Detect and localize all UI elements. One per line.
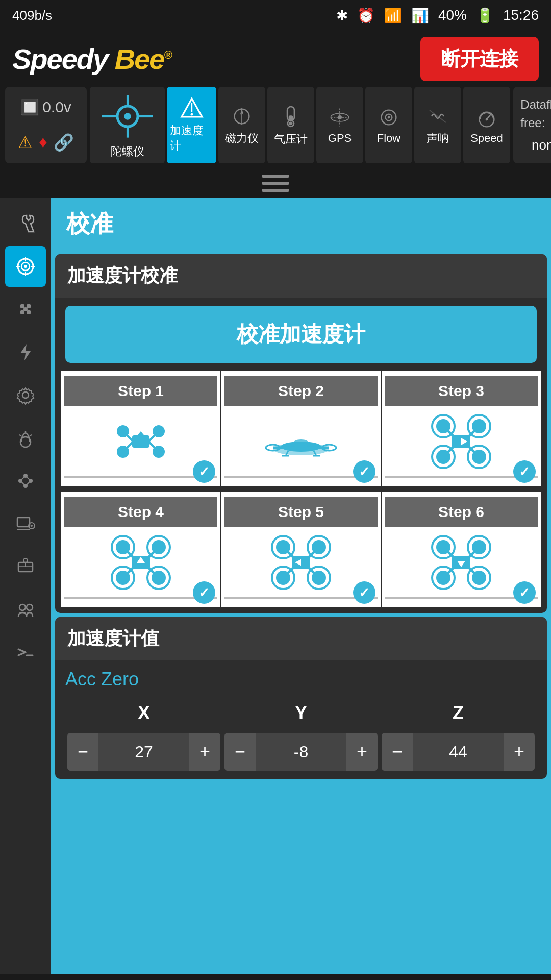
sidebar-item-osd[interactable] [5,503,46,544]
svg-point-38 [23,307,28,311]
status-bar: 409b/s ✱ ⏰ 📶 📊 40% 🔋 15:26 [0,0,551,31]
disconnect-button[interactable]: 断开连接 [420,37,539,81]
svg-point-8 [190,113,193,116]
step-2-check: ✓ [353,460,375,483]
acc-calibration-header: 加速度计校准 [55,254,547,298]
step-3-label: Step 3 [385,376,538,406]
acc-y-input-group: − -8 + [224,733,378,771]
step-1-label: Step 1 [64,376,217,406]
sensor-gyro[interactable]: 陀螺仪 [90,87,165,163]
acc-y-minus[interactable]: − [224,733,256,771]
acc-calibration-card: 加速度计校准 校准加速度计 Step 1 [55,254,547,613]
sensor-gps[interactable]: GPS [316,87,363,163]
acc-y-plus[interactable]: + [346,733,378,771]
step-5-cell: Step 5 [221,492,381,607]
logo-part2: Bee [115,43,164,75]
svg-line-64 [18,652,26,655]
step-6-label: Step 6 [385,497,538,527]
svg-point-81 [293,439,309,448]
sensor-flow[interactable]: Flow [365,87,412,163]
step-3-indicator: ✓ [385,476,538,478]
step-3-cell: Step 3 [382,371,541,486]
acc-z-value: 44 [413,743,504,762]
battery-voltage: 0.0v [42,99,71,116]
sensor-speed[interactable]: Speed [463,87,510,163]
svg-point-70 [117,425,129,437]
sidebar-item-gear[interactable] [5,375,46,415]
sidebar-item-blackbox[interactable] [5,546,46,587]
step-6-drone [423,532,499,593]
sidebar-item-wrench[interactable] [5,203,46,244]
svg-point-73 [153,446,165,458]
step-5-check: ✓ [353,581,375,604]
step-4-check: ✓ [193,581,215,604]
sensor-bar: 🔲 0.0v ⚠ ♦ 🔗 陀螺仪 [0,87,551,168]
svg-point-91 [436,419,450,433]
step-5-indicator: ✓ [224,597,378,599]
step-2-label: Step 2 [224,376,378,406]
acc-values-card: 加速度计值 Acc Zero X Y Z − 27 + − -8 [55,617,547,779]
svg-point-55 [31,525,33,527]
svg-point-93 [472,419,486,433]
step-6-check: ✓ [513,581,536,604]
acc-x-plus[interactable]: + [189,733,220,771]
bottom-bar: 保存并重启 [0,974,551,980]
sidebar-item-failsafe[interactable] [5,418,46,458]
sidebar-item-lightning[interactable] [5,332,46,373]
sensor-speed-label: Speed [470,132,503,145]
sidebar-item-target[interactable] [5,246,46,287]
acc-axes: X Y Z [65,698,537,728]
svg-point-121 [312,540,326,554]
sensor-baro[interactable]: 气压计 [267,87,314,163]
sensor-gyro-label: 陀螺仪 [111,144,144,159]
acc-x-minus[interactable]: − [67,733,98,771]
sensor-acc[interactable]: 加速度计 [167,87,216,163]
sensor-gps-label: GPS [328,132,352,145]
svg-line-43 [19,435,21,436]
svg-marker-75 [136,431,146,437]
svg-line-52 [20,481,26,486]
step-4-cell: Step 4 [61,492,220,607]
acc-z-minus[interactable]: − [382,733,413,771]
sensor-acc-label: 加速度计 [170,123,213,154]
acc-z-plus[interactable]: + [504,733,535,771]
sensor-mag[interactable]: 磁力仪 [218,87,265,163]
svg-point-72 [117,446,129,458]
battery-block: 🔲 0.0v ⚠ ♦ 🔗 [5,87,87,163]
svg-point-119 [276,540,290,554]
svg-point-95 [436,450,450,464]
sidebar-item-profiles[interactable] [5,589,46,630]
svg-rect-36 [20,310,24,314]
sensor-baro-label: 气压计 [274,132,308,147]
sidebar-item-motors[interactable] [5,289,46,330]
sensor-sonar[interactable]: 声呐 [414,87,461,163]
sensor-flow-label: Flow [377,132,400,145]
sidebar-item-cli[interactable] [5,632,46,673]
logo-part1: Speedy [12,43,108,75]
svg-rect-34 [20,304,24,308]
hamburger-bar[interactable] [0,168,551,198]
svg-rect-37 [27,310,31,314]
sidebar-item-routes[interactable] [5,460,46,501]
svg-point-134 [436,540,450,554]
step-4-indicator: ✓ [64,597,217,599]
hamburger-icon[interactable] [262,175,289,192]
acc-x-value: 27 [98,743,189,762]
svg-point-109 [116,571,130,585]
svg-line-44 [30,435,32,436]
svg-point-29 [24,265,27,268]
calibrate-acc-button[interactable]: 校准加速度计 [65,306,537,363]
svg-point-61 [19,604,26,610]
acc-value-row: − 27 + − -8 + − 44 + [65,733,537,771]
battery-status: 40% [438,7,467,23]
sensors-grid: 陀螺仪 加速度计 磁力仪 [90,87,510,163]
svg-rect-53 [17,518,30,527]
step-4-drone [103,532,179,593]
step-1-cell: Step 1 [61,371,220,486]
main-layout: 校准 加速度计校准 校准加速度计 Step 1 [0,198,551,974]
svg-point-97 [472,450,486,464]
svg-rect-35 [27,304,31,308]
signal-icon: 📊 [411,7,429,24]
step-1-indicator: ✓ [64,476,217,478]
steps-grid-row2: Step 4 [61,492,541,607]
